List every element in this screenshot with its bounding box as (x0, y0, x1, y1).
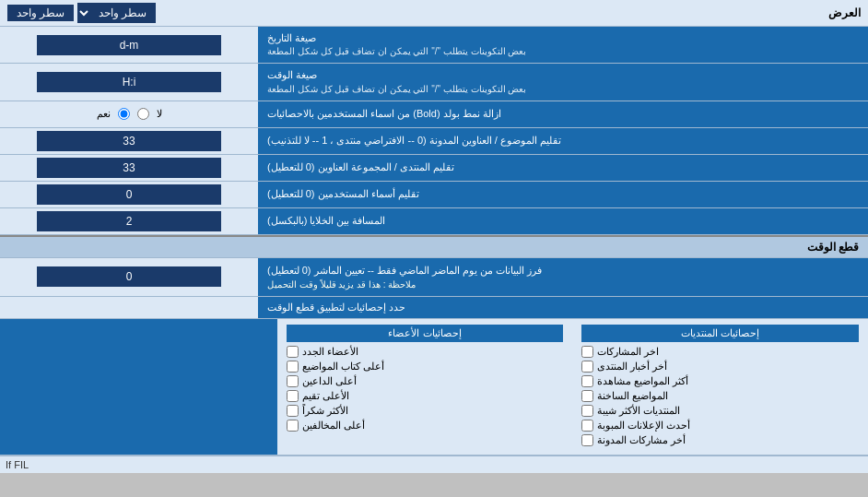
checkbox-item: أخر مشاركات المدونة (581, 434, 859, 446)
checkbox-item: المواضيع الساخنة (581, 390, 859, 402)
display-select[interactable]: سطر واحد سطران ثلاثة أسطر (77, 3, 156, 23)
member-stats-header: إحصائيات الأعضاء (287, 325, 564, 342)
checkbox-forum-6[interactable] (581, 420, 593, 432)
date-format-row: صيغة التاريخ بعض التكوينات يتطلب "/" الت… (0, 27, 868, 64)
checkbox-member-2[interactable] (287, 361, 299, 373)
checkbox-forum-5[interactable] (581, 405, 593, 417)
checkbox-item: اخر المشاركات (581, 346, 859, 358)
date-format-desc: بعض التكوينات يتطلب "/" التي يمكن ان تضا… (267, 45, 526, 58)
topic-order-input[interactable] (37, 131, 221, 151)
checkbox-member-6[interactable] (287, 420, 299, 432)
cutoff-input[interactable] (37, 266, 221, 287)
time-format-row: صيغة الوقت بعض التكوينات يتطلب "/" التي … (0, 64, 868, 101)
header-label: سطر واحد (7, 5, 74, 21)
bold-row: ازالة نمط بولد (Bold) من اسماء المستخدمي… (0, 101, 868, 128)
checkbox-item: المنتديات الأكثر شيبة (581, 405, 859, 417)
forum-order-input[interactable] (37, 158, 221, 178)
forum-order-row: تقليم المنتدى / المجموعة العناوين (0 للت… (0, 155, 868, 182)
checkbox-member-1[interactable] (287, 346, 299, 358)
radio-yes-label: نعم (97, 108, 111, 120)
bold-radio-cell: لا نعم (0, 101, 258, 127)
cutoff-label: فرز البيانات من يوم الماضر الماضي فقط --… (258, 258, 868, 296)
cell-spacing-label: المسافة بين الخلايا (بالبكسل) (258, 208, 868, 234)
checkbox-forum-4[interactable] (581, 390, 593, 402)
time-format-label: صيغة الوقت بعض التكوينات يتطلب "/" التي … (258, 64, 868, 100)
forum-order-input-cell (0, 155, 258, 181)
radio-no-label: لا (157, 108, 162, 120)
header-row: العرض سطر واحد سطران ثلاثة أسطر سطر واحد (0, 0, 868, 27)
checkbox-member-3[interactable] (287, 375, 299, 387)
username-trim-input-cell (0, 182, 258, 207)
cell-spacing-row: المسافة بين الخلايا (بالبكسل) (0, 208, 868, 235)
topic-order-label: تقليم الموضوع / العناوين المدونة (0 -- ا… (258, 128, 868, 154)
date-format-label: صيغة التاريخ بعض التكوينات يتطلب "/" الت… (258, 27, 868, 63)
checkbox-item: الأكثر شكراً (287, 405, 564, 417)
topic-order-input-cell (0, 128, 258, 154)
main-container: العرض سطر واحد سطران ثلاثة أسطر سطر واحد… (0, 0, 868, 473)
right-spacer (0, 319, 277, 455)
bold-label: ازالة نمط بولد (Bold) من اسماء المستخدمي… (258, 101, 868, 127)
checkbox-forum-7[interactable] (581, 434, 593, 446)
cutoff-section-header: قطع الوقت (0, 235, 868, 258)
footer-text: If FIL (6, 459, 29, 470)
username-trim-row: تقليم أسماء المستخدمين (0 للتعطيل) (0, 182, 868, 208)
cutoff-row: فرز البيانات من يوم الماضر الماضي فقط --… (0, 258, 868, 297)
date-format-input[interactable] (37, 35, 221, 55)
time-format-input-cell (0, 64, 258, 100)
cell-spacing-input-cell (0, 208, 258, 234)
time-format-desc: بعض التكوينات يتطلب "/" التي يمكن ان تضا… (267, 83, 526, 96)
checkbox-item: أعلى المخالفين (287, 420, 564, 432)
checkbox-forum-3[interactable] (581, 375, 593, 387)
cutoff-input-cell (0, 258, 258, 296)
checkbox-section: إحصائيات المنتديات اخر المشاركات أخر أخب… (0, 319, 868, 456)
page-title: العرض (828, 6, 861, 19)
radio-no[interactable] (137, 108, 149, 120)
member-stats-group: إحصائيات الأعضاء الأعضاء الجدد أعلى كتاب… (277, 319, 573, 455)
time-format-input[interactable] (37, 72, 221, 92)
checkbox-item: أعلى كتاب المواضيع (287, 361, 564, 373)
checkbox-member-5[interactable] (287, 405, 299, 417)
checkbox-item: أخر أخبار المنتدى (581, 361, 859, 373)
cell-spacing-input[interactable] (37, 211, 221, 231)
checkbox-item: أكثر المواضيع مشاهدة (581, 375, 859, 387)
forum-stats-group: إحصائيات المنتديات اخر المشاركات أخر أخب… (572, 319, 868, 455)
checkbox-item: الأعلى تقيم (287, 390, 564, 402)
checkbox-item: أعلى الداعين (287, 375, 564, 387)
checkbox-member-4[interactable] (287, 390, 299, 402)
forum-order-label: تقليم المنتدى / المجموعة العناوين (0 للت… (258, 155, 868, 181)
radio-yes[interactable] (118, 108, 130, 120)
username-trim-label: تقليم أسماء المستخدمين (0 للتعطيل) (258, 182, 868, 207)
checkbox-item: أحدث الإعلانات المبوبة (581, 420, 859, 432)
apply-label: حدد إحصائيات لتطبيق قطع الوقت (258, 297, 868, 318)
time-format-title: صيغة الوقت (267, 68, 317, 82)
username-trim-input[interactable] (37, 184, 221, 205)
date-format-input-cell (0, 27, 258, 63)
checkbox-item: الأعضاء الجدد (287, 346, 564, 358)
footer: If FIL (0, 456, 868, 473)
topic-order-row: تقليم الموضوع / العناوين المدونة (0 -- ا… (0, 128, 868, 155)
checkbox-forum-1[interactable] (581, 346, 593, 358)
checkbox-forum-2[interactable] (581, 361, 593, 373)
forum-stats-header: إحصائيات المنتديات (581, 325, 859, 342)
date-format-title: صيغة التاريخ (267, 31, 316, 45)
apply-row: حدد إحصائيات لتطبيق قطع الوقت (0, 297, 868, 319)
